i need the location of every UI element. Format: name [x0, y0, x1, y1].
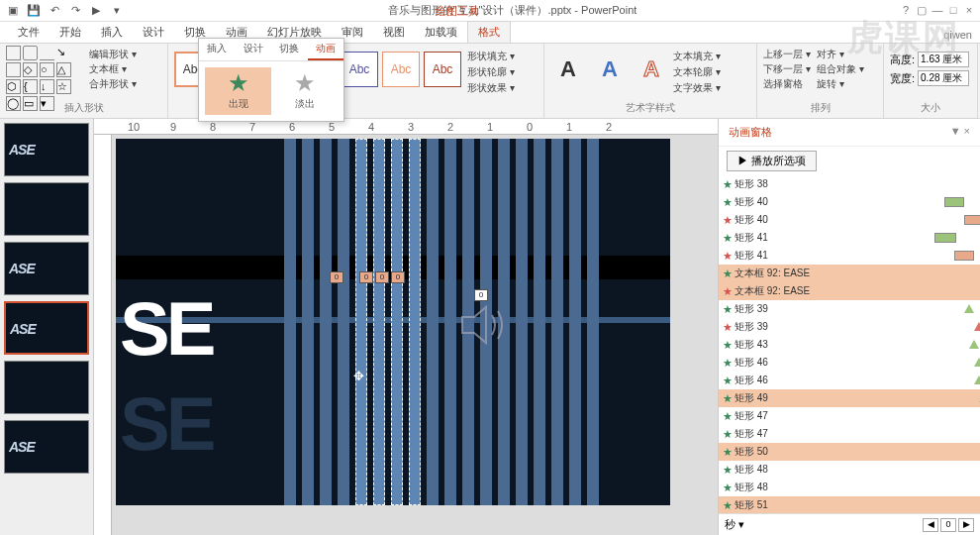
anim-tag[interactable]: 0: [330, 271, 343, 283]
tab-file[interactable]: 文件: [8, 22, 49, 43]
popup-tab-transition[interactable]: 切换: [271, 39, 308, 60]
shape-effects-button[interactable]: 形状效果 ▾: [467, 81, 515, 95]
text-effects-button[interactable]: 文字效果 ▾: [673, 81, 721, 95]
thumbnail[interactable]: [4, 182, 89, 236]
anim-item[interactable]: ★矩形 41: [719, 247, 980, 265]
thumbnail[interactable]: ASE: [4, 420, 89, 474]
align-button[interactable]: 对齐 ▾: [817, 48, 864, 61]
width-input[interactable]: [918, 70, 969, 86]
anim-tag[interactable]: 0: [391, 271, 405, 283]
scroll-left-icon[interactable]: ◀: [923, 518, 938, 532]
ease-text: SE: [120, 285, 212, 372]
tab-view[interactable]: 视图: [373, 22, 415, 43]
shape-style-7[interactable]: Abc: [424, 52, 461, 87]
tab-format[interactable]: 格式: [467, 21, 511, 43]
wordart-2[interactable]: A: [592, 52, 628, 87]
selection-pane-button[interactable]: 选择窗格: [763, 77, 811, 91]
workspace: ASE ASE ASE ASE 10987654321012 SE SE 0 0…: [0, 119, 980, 535]
popup-tab-insert[interactable]: 插入: [199, 39, 236, 60]
anim-item[interactable]: ★矩形 40: [719, 193, 980, 211]
ease-reflection: SE: [120, 380, 212, 467]
slide-canvas[interactable]: SE SE 0 0 0 0 0 ✥: [116, 139, 670, 505]
popup-tab-design[interactable]: 设计: [236, 39, 272, 60]
close-pane-icon[interactable]: ▼ ×: [950, 125, 970, 140]
popup-tab-animation[interactable]: 动画: [308, 39, 344, 60]
send-backward-button[interactable]: 下移一层 ▾: [763, 62, 811, 76]
rotate-button[interactable]: 旋转 ▾: [817, 77, 864, 91]
tab-home[interactable]: 开始: [49, 22, 91, 43]
play-selected-button[interactable]: ▶ 播放所选项: [727, 151, 817, 171]
shape-fill-button[interactable]: 形状填充 ▾: [467, 50, 515, 63]
anim-item[interactable]: ★矩形 46: [719, 372, 980, 389]
text-fill-button[interactable]: 文本填充 ▾: [673, 50, 721, 63]
thumbnail[interactable]: ASE: [4, 123, 89, 176]
textbox-button[interactable]: 文本框 ▾: [89, 62, 137, 76]
anim-item[interactable]: ★矩形 39: [719, 300, 980, 318]
tab-insert[interactable]: 插入: [91, 22, 133, 43]
undo-icon[interactable]: ↶: [46, 3, 63, 19]
zoom-out-icon[interactable]: 0: [940, 518, 956, 532]
anim-tag[interactable]: 0: [375, 271, 389, 283]
text-outline-button[interactable]: 文本轮廓 ▾: [673, 65, 721, 79]
tab-design[interactable]: 设计: [133, 22, 174, 43]
thumbnail[interactable]: [4, 361, 89, 414]
tab-addins[interactable]: 加载项: [415, 22, 467, 43]
merge-shapes-button[interactable]: 合并形状 ▾: [89, 77, 137, 91]
anim-item[interactable]: ★矩形 43: [719, 336, 980, 354]
anim-item[interactable]: ★矩形 47: [719, 425, 980, 443]
redo-icon[interactable]: ↷: [66, 3, 84, 19]
shape-outline-button[interactable]: 形状轮廓 ▾: [467, 65, 515, 79]
ruler-horizontal: 10987654321012: [94, 119, 718, 135]
star-icon: ★: [209, 71, 267, 95]
effect-appear[interactable]: ★ 出现: [205, 67, 271, 115]
anim-tag[interactable]: 0: [359, 271, 373, 283]
anim-item[interactable]: ★矩形 50: [719, 443, 980, 461]
thumbnail[interactable]: ASE: [4, 242, 89, 295]
anim-item[interactable]: ★文本框 92: EASE: [719, 265, 980, 282]
minimize-icon[interactable]: —: [931, 4, 944, 17]
bring-forward-button[interactable]: 上移一层 ▾: [763, 48, 811, 61]
anim-item[interactable]: ★矩形 41: [719, 229, 980, 247]
anim-item[interactable]: ★矩形 47: [719, 407, 980, 425]
anim-item[interactable]: ★矩形 49: [719, 389, 980, 407]
help-icon[interactable]: ?: [899, 4, 913, 17]
thumbnail[interactable]: ASE: [4, 301, 89, 355]
qat-more-icon[interactable]: ▾: [108, 3, 126, 19]
ribbon-tabs: 文件 开始 插入 设计 切换 动画 幻灯片放映 审阅 视图 加载项 格式 qiw…: [0, 22, 980, 44]
anim-item[interactable]: ★矩形 40: [719, 211, 980, 229]
group-wordart: 艺术字样式: [550, 101, 750, 116]
anim-item[interactable]: ★矩形 39: [719, 318, 980, 336]
shape-style-6[interactable]: Abc: [382, 52, 420, 87]
anim-item[interactable]: ★矩形 51: [719, 496, 980, 513]
seconds-label[interactable]: 秒 ▾: [725, 517, 744, 532]
edit-shape-button[interactable]: 编辑形状 ▾: [89, 48, 137, 61]
shape-style-5[interactable]: Abc: [341, 52, 378, 87]
window-title: 音乐与图形的"互动"设计（课件）.pptx - PowerPoint: [126, 3, 899, 18]
speaker-icon[interactable]: [452, 295, 512, 355]
save-icon[interactable]: 💾: [25, 3, 43, 19]
ribbon-toggle-icon[interactable]: ▢: [915, 4, 929, 17]
user-label[interactable]: qiwen: [935, 27, 980, 43]
anim-item[interactable]: ★文本框 92: EASE: [719, 282, 980, 300]
start-icon[interactable]: ▶: [87, 3, 105, 19]
height-input[interactable]: [918, 52, 969, 67]
anim-pane-title: 动画窗格: [729, 125, 772, 140]
ppt-icon[interactable]: ▣: [4, 3, 22, 19]
context-tab-label: 绘图工具: [436, 4, 479, 19]
animation-list[interactable]: ★矩形 38★矩形 40★矩形 40★矩形 41★矩形 41★文本框 92: E…: [719, 175, 980, 513]
anim-item[interactable]: ★矩形 46: [719, 354, 980, 372]
anim-item[interactable]: ★矩形 48: [719, 461, 980, 479]
scroll-right-icon[interactable]: ▶: [958, 518, 974, 532]
close-icon[interactable]: ×: [962, 4, 976, 17]
anim-item[interactable]: ★矩形 48: [719, 479, 980, 496]
wordart-1[interactable]: A: [550, 52, 586, 87]
group-size: 大小: [890, 101, 971, 116]
effect-fade[interactable]: ★ 淡出: [271, 67, 338, 115]
anim-item[interactable]: ★矩形 38: [719, 175, 980, 193]
group-button[interactable]: 组合对象 ▾: [817, 62, 864, 76]
wordart-3[interactable]: A: [634, 52, 669, 87]
star-icon: ★: [275, 71, 334, 95]
shapes-gallery[interactable]: ↘ ◇○△⬡{ ↓☆◯▭▾: [6, 46, 85, 99]
maximize-icon[interactable]: □: [946, 4, 960, 17]
slide-thumbnails: ASE ASE ASE ASE: [0, 119, 94, 535]
